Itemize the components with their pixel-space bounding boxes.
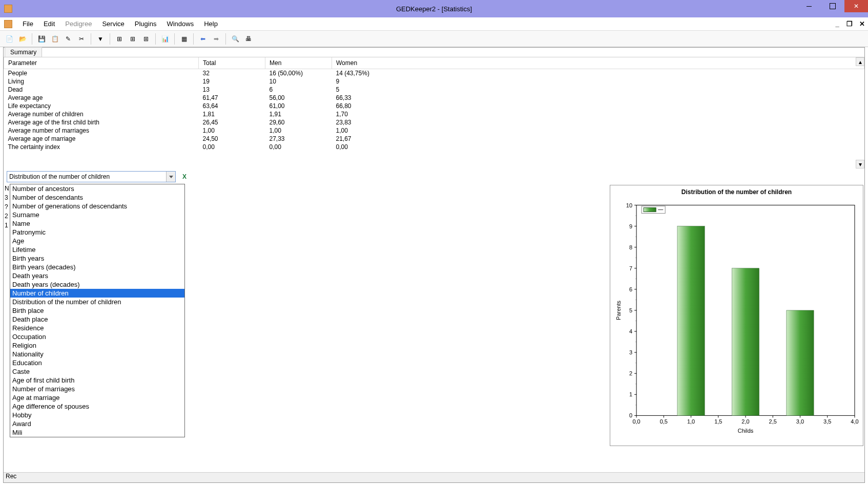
titlebar: GEDKeeper2 - [Statistics] bbox=[0, 0, 868, 17]
chart-plot: 0123456789100,00,51,01,52,02,53,03,54,0C… bbox=[613, 198, 860, 438]
minimize-button[interactable] bbox=[797, 0, 821, 12]
table-row[interactable]: Average number of marriages1,001,001,00 bbox=[4, 126, 864, 135]
print-icon[interactable]: 🖶 bbox=[242, 33, 255, 45]
add-record-icon[interactable]: 📋 bbox=[49, 33, 61, 45]
summary-tab[interactable]: Summary bbox=[5, 47, 42, 57]
export-excel-icon[interactable]: X bbox=[179, 171, 190, 182]
separator bbox=[110, 33, 110, 45]
toolbar: 📄 📂 💾 📋 ✎ ✂ ▼ ⊞ ⊞ ⊞ 📊 ▦ ⬅ ➡ 🔍 🖶 bbox=[0, 31, 868, 47]
mdi-close-button[interactable]: ✕ bbox=[858, 20, 866, 28]
stats-icon[interactable]: ▦ bbox=[178, 33, 190, 45]
cell: People bbox=[4, 69, 199, 78]
table-row[interactable]: Dead1365 bbox=[4, 86, 864, 94]
table-row[interactable]: Average age61,4756,0066,33 bbox=[4, 94, 864, 102]
separator bbox=[193, 33, 194, 45]
cell: 13 bbox=[199, 86, 265, 94]
dropdown-option[interactable]: Caste bbox=[10, 367, 184, 376]
cell: The certainty index bbox=[4, 143, 199, 151]
cell: 1,00 bbox=[332, 126, 864, 135]
cell: 10 bbox=[265, 77, 332, 86]
dropdown-option[interactable]: Hobby bbox=[10, 411, 184, 419]
col-women[interactable]: Women bbox=[332, 57, 864, 69]
menu-plugins[interactable]: Plugins bbox=[130, 18, 162, 30]
chevron-down-icon[interactable] bbox=[166, 172, 175, 182]
dropdown-option[interactable]: Surname bbox=[10, 210, 184, 219]
col-parameter[interactable]: Parameter bbox=[4, 57, 199, 69]
doc-icon bbox=[4, 20, 12, 28]
dropdown-option[interactable]: Number of generations of descendants bbox=[10, 202, 184, 210]
dropdown-option[interactable]: Death place bbox=[10, 315, 184, 324]
menu-help[interactable]: Help bbox=[199, 18, 223, 30]
svg-text:0,5: 0,5 bbox=[660, 418, 668, 425]
dropdown-option[interactable]: Age at marriage bbox=[10, 393, 184, 402]
summary-table-wrap: Parameter Total Men Women People3216 (50… bbox=[4, 57, 864, 168]
pedigree-icon[interactable]: 📊 bbox=[159, 33, 171, 45]
dropdown-option[interactable]: Age bbox=[10, 237, 184, 245]
menu-pedigree[interactable]: Pedigree bbox=[60, 18, 97, 30]
back-icon[interactable]: ⬅ bbox=[197, 33, 209, 45]
dropdown-option[interactable]: Residence bbox=[10, 324, 184, 332]
dropdown-option[interactable]: Mili bbox=[10, 428, 184, 437]
combo-row: Distribution of the number of children X bbox=[4, 170, 864, 184]
cell: 1,81 bbox=[199, 110, 265, 118]
dropdown-option[interactable]: Number of marriages bbox=[10, 385, 184, 393]
tree-ancestors-icon[interactable]: ⊞ bbox=[113, 33, 126, 45]
window-title: GEDKeeper2 - [Statistics] bbox=[396, 5, 472, 13]
tree-descendants-icon[interactable]: ⊞ bbox=[127, 33, 139, 45]
dropdown-option[interactable]: Education bbox=[10, 358, 184, 367]
dropdown-option[interactable]: Nationality bbox=[10, 350, 184, 358]
mdi-restore-button[interactable]: ❐ bbox=[845, 20, 854, 28]
menu-service[interactable]: Service bbox=[97, 18, 129, 30]
maximize-button[interactable] bbox=[821, 0, 844, 12]
preview-icon[interactable]: 🔍 bbox=[229, 33, 241, 45]
dropdown-option[interactable]: Number of descendants bbox=[10, 193, 184, 202]
distribution-combo[interactable]: Distribution of the number of children bbox=[7, 171, 176, 182]
table-row[interactable]: Average number of children1,811,911,70 bbox=[4, 110, 864, 118]
col-total[interactable]: Total bbox=[199, 57, 265, 69]
table-row[interactable]: Average age of marriage24,5027,3321,67 bbox=[4, 135, 864, 143]
dropdown-option[interactable]: Number of ancestors bbox=[10, 184, 184, 193]
delete-record-icon[interactable]: ✂ bbox=[75, 33, 88, 45]
dropdown-option[interactable]: Birth years (decades) bbox=[10, 263, 184, 271]
dropdown-option[interactable]: Age difference of spouses bbox=[10, 402, 184, 411]
new-file-icon[interactable]: 📄 bbox=[3, 33, 15, 45]
dropdown-option[interactable]: Distribution of the number of children bbox=[10, 298, 184, 306]
dropdown-option[interactable]: Patronymic bbox=[10, 228, 184, 237]
dropdown-option[interactable]: Death years (decades) bbox=[10, 280, 184, 289]
dropdown-option[interactable]: Birth years bbox=[10, 254, 184, 263]
cell: 0,00 bbox=[332, 143, 864, 151]
distribution-dropdown[interactable]: Number of ancestorsNumber of descendants… bbox=[10, 184, 185, 437]
tree-both-icon[interactable]: ⊞ bbox=[140, 33, 152, 45]
dropdown-option[interactable]: Death years bbox=[10, 271, 184, 280]
menu-edit[interactable]: Edit bbox=[38, 18, 60, 30]
close-button[interactable] bbox=[844, 0, 868, 12]
table-row[interactable]: People3216 (50,00%)14 (43,75%) bbox=[4, 69, 864, 78]
menu-file[interactable]: File bbox=[17, 18, 38, 30]
table-row[interactable]: The certainty index0,000,000,00 bbox=[4, 143, 864, 151]
scroll-up-icon[interactable]: ▴ bbox=[856, 57, 864, 66]
dropdown-option[interactable]: Birth place bbox=[10, 306, 184, 315]
forward-icon[interactable]: ➡ bbox=[210, 33, 222, 45]
table-row[interactable]: Average age of the first child birth26,4… bbox=[4, 118, 864, 126]
table-row[interactable]: Life expectancy63,6461,0066,80 bbox=[4, 102, 864, 110]
dropdown-option[interactable]: Award bbox=[10, 419, 184, 428]
svg-text:Childs: Childs bbox=[738, 428, 754, 434]
dropdown-option[interactable]: Occupation bbox=[10, 332, 184, 341]
mdi-minimize-button[interactable]: _ bbox=[833, 20, 841, 28]
col-men[interactable]: Men bbox=[265, 57, 332, 69]
menu-windows[interactable]: Windows bbox=[161, 18, 199, 30]
table-row[interactable]: Living19109 bbox=[4, 77, 864, 86]
dropdown-option[interactable]: Religion bbox=[10, 341, 184, 350]
dropdown-option[interactable]: Age of first child birth bbox=[10, 376, 184, 385]
dropdown-option[interactable]: Lifetime bbox=[10, 245, 184, 254]
open-file-icon[interactable]: 📂 bbox=[16, 33, 29, 45]
cell: Average age of marriage bbox=[4, 135, 199, 143]
save-icon[interactable]: 💾 bbox=[35, 33, 48, 45]
dropdown-option[interactable]: Name bbox=[10, 219, 184, 228]
dropdown-option[interactable]: Number of children bbox=[10, 289, 184, 298]
statistics-panel: Summary Parameter Total Men Women People… bbox=[3, 47, 865, 483]
filter-icon[interactable]: ▼ bbox=[94, 33, 107, 45]
edit-record-icon[interactable]: ✎ bbox=[62, 33, 74, 45]
scroll-down-icon[interactable]: ▾ bbox=[856, 160, 864, 168]
svg-text:4,0: 4,0 bbox=[851, 418, 858, 425]
